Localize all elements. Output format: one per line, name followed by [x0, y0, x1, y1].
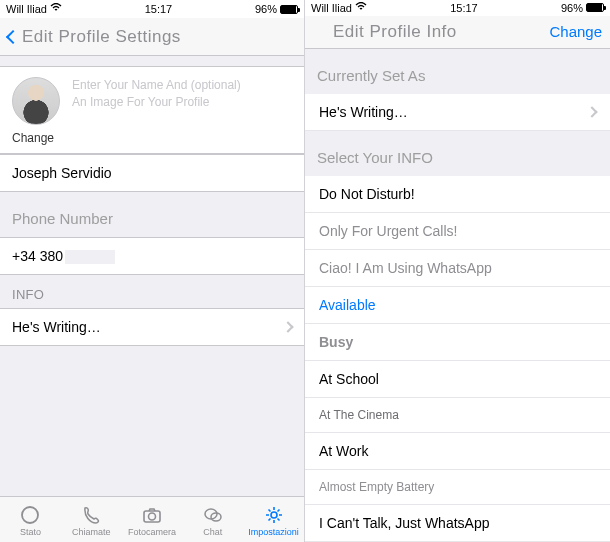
option-at-school[interactable]: At School — [305, 361, 610, 398]
info-cell[interactable]: He's Writing… — [0, 308, 304, 346]
option-do-not-disturb[interactable]: Do Not Disturb! — [305, 176, 610, 213]
tab-label: Stato — [20, 527, 41, 537]
option-label: At School — [319, 371, 379, 387]
status-bar: Will Iliad 15:17 96% — [0, 0, 304, 18]
section-current: Currently Set As — [305, 49, 610, 94]
chevron-right-icon — [282, 322, 293, 333]
option-at-work[interactable]: At Work — [305, 433, 610, 470]
option-label: Do Not Disturb! — [319, 186, 415, 202]
option-label: I Can't Talk, Just WhatsApp — [319, 515, 490, 531]
option-cant-talk[interactable]: I Can't Talk, Just WhatsApp — [305, 505, 610, 542]
section-select: Select Your INFO — [305, 131, 610, 176]
nav-title-left: Edit Profile Settings — [18, 27, 296, 47]
battery-pct: 96% — [561, 2, 583, 14]
clock: 15:17 — [145, 3, 173, 15]
info-value: He's Writing… — [12, 319, 101, 335]
phone-header: Phone Number — [0, 192, 304, 237]
tab-label: Chiamate — [72, 527, 111, 537]
phone-value: +34 380 — [12, 248, 115, 264]
back-button[interactable] — [8, 32, 18, 42]
nav-title-right: Edit Profile Info — [333, 22, 549, 42]
status-circle-icon — [19, 504, 41, 526]
svg-point-0 — [22, 507, 38, 523]
name-value: Joseph Servidio — [12, 165, 112, 181]
battery-pct: 96% — [255, 3, 277, 15]
tab-label: Chat — [203, 527, 222, 537]
change-photo-link[interactable]: Change — [12, 131, 292, 145]
option-label: At The Cinema — [319, 408, 399, 422]
change-button[interactable]: Change — [549, 23, 602, 40]
tab-chiamate[interactable]: Chiamate — [63, 504, 119, 537]
option-battery[interactable]: Almost Empty Battery — [305, 470, 610, 505]
battery-icon — [280, 5, 298, 14]
chevron-right-icon — [586, 106, 597, 117]
phone-icon — [80, 504, 102, 526]
avatar[interactable] — [12, 77, 60, 125]
option-label: At Work — [319, 443, 369, 459]
battery-icon — [586, 3, 604, 12]
tab-bar: Stato Chiamate Fotocamera Chat Impostazi… — [0, 496, 304, 542]
svg-point-2 — [148, 513, 155, 520]
tab-impostazioni[interactable]: Impostazioni — [246, 504, 302, 537]
option-label: Busy — [319, 334, 353, 350]
name-cell[interactable]: Joseph Servidio — [0, 154, 304, 192]
clock: 15:17 — [450, 2, 478, 14]
option-ciao[interactable]: Ciao! I Am Using WhatsApp — [305, 250, 610, 287]
phone-cell: +34 380 — [0, 237, 304, 275]
tab-chat[interactable]: Chat — [185, 504, 241, 537]
nav-bar-right: Edit Profile Info Change — [305, 16, 610, 49]
current-info-cell[interactable]: He's Writing… — [305, 94, 610, 131]
svg-point-5 — [271, 512, 277, 518]
current-info-value: He's Writing… — [319, 104, 408, 120]
wifi-icon — [50, 3, 62, 15]
tab-stato[interactable]: Stato — [2, 504, 58, 537]
tab-label: Impostazioni — [248, 527, 299, 537]
chat-icon — [202, 504, 224, 526]
option-at-cinema[interactable]: At The Cinema — [305, 398, 610, 433]
option-urgent-calls[interactable]: Only For Urgent Calls! — [305, 213, 610, 250]
option-label: Available — [319, 297, 376, 313]
wifi-icon — [355, 2, 367, 14]
name-input-placeholder[interactable]: Enter Your Name And (optional) An Image … — [72, 77, 241, 111]
tab-fotocamera[interactable]: Fotocamera — [124, 504, 180, 537]
carrier-label: Will Iliad — [311, 2, 352, 14]
tab-label: Fotocamera — [128, 527, 176, 537]
status-bar: Will Iliad 15:17 96% — [305, 0, 610, 16]
option-busy[interactable]: Busy — [305, 324, 610, 361]
info-header: INFO — [0, 275, 304, 308]
camera-icon — [141, 504, 163, 526]
option-label: Ciao! I Am Using WhatsApp — [319, 260, 492, 276]
option-label: Only For Urgent Calls! — [319, 223, 457, 239]
gear-icon — [263, 504, 285, 526]
option-label: Almost Empty Battery — [319, 480, 434, 494]
option-available[interactable]: Available — [305, 287, 610, 324]
carrier-label: Will Iliad — [6, 3, 47, 15]
nav-bar-left: Edit Profile Settings — [0, 18, 304, 56]
